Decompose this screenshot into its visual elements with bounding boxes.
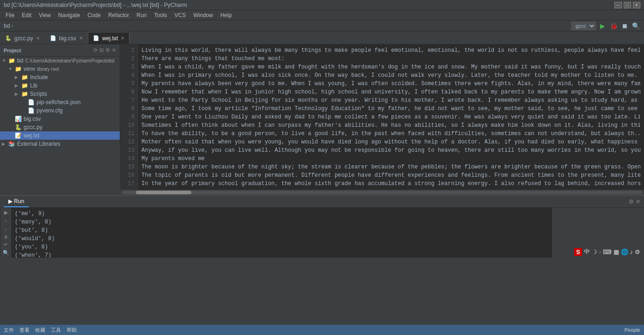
status-file[interactable]: 文件 [4,327,14,334]
app-title: bd [C:\Users\Administrator\PycharmProjec… [4,2,187,8]
status-people[interactable]: People [625,327,640,333]
code-text[interactable]: Living in this world, there will always … [138,44,644,190]
tree-path-bd: C:\Users\Administrator\PycharmProjects\b… [25,58,114,63]
panel-settings-icon[interactable]: ⚙ [629,199,634,205]
tree-item-pyvenv[interactable]: 📄 pyvenv.cfg [0,106,120,115]
tree-item-scripts[interactable]: ▶ 📁 Scripts [0,90,120,98]
status-help[interactable]: 帮助 [67,327,77,334]
menu-vcs[interactable]: VCS [171,11,190,19]
sidebar-sync-icon[interactable]: ⟳ [93,47,98,53]
status-fav[interactable]: 收藏 [35,327,45,334]
scroll-down-button[interactable]: ↓ [1,226,11,232]
tab-icon-big: 📄 [50,35,56,41]
menu-tools[interactable]: Tools [150,11,171,19]
debug-button[interactable]: 🐞 [609,22,618,30]
code-line-3: When I was a child, my father gave me mi… [141,63,640,71]
menu-help[interactable]: Help [217,11,236,19]
tree-label-pyvenv: pyvenv.cfg [37,107,62,114]
folder-icon-extlibs: 📚 [8,141,15,147]
tree-item-wejtxt[interactable]: 📝 wej.txt [0,131,120,140]
tab-gzcc-py[interactable]: 🐍 gzcc.py ✕ [0,32,45,44]
ime-zhong-icon: 中 [584,248,590,256]
tabs-row: 🐍 gzcc.py ✕ 📄 big.csv ✕ 📄 wej.txt ✕ [0,31,644,44]
tab-close-gzcc[interactable]: ✕ [36,36,40,41]
status-view[interactable]: 查看 [19,327,30,334]
menu-window[interactable]: Window [190,11,217,19]
tree-label-extlibs: External Libraries [17,141,60,147]
tree-item-bigcsv[interactable]: 📊 big.csv [0,115,120,123]
tab-wej-txt[interactable]: 📄 wej.txt ✕ [88,32,129,44]
scrollbar-thumb[interactable] [136,191,191,194]
panel-tab-run[interactable]: ▶ Run [4,196,29,207]
sidebar-settings-icon[interactable]: ⚙ [105,47,110,53]
close-button[interactable]: ✕ [633,2,640,8]
scroll-up-button[interactable]: ↑ [1,217,11,223]
sidebar-title: Project [4,48,21,53]
code-line-15: The moon is brighter because of the nigh… [141,163,640,171]
panel-run-label: Run [14,198,24,205]
ime-music-icon: ♪ [630,248,633,255]
editor-content[interactable]: 12345 678910 1112131415 1617 Living in t… [120,44,644,190]
tree-label-bd: bd [17,57,23,64]
output-line: ('but', 8) [15,226,548,235]
menu-navigate[interactable]: Navigate [55,11,84,19]
tab-close-big[interactable]: ✕ [79,36,83,41]
filter-button[interactable]: 🔍 [1,250,11,256]
wrap-button[interactable]: ↵ [1,242,11,248]
run-icon: ▶ [8,198,12,205]
pause-button[interactable]: ⏸ [1,234,11,240]
breadcrumb-bd[interactable]: bd [4,23,10,29]
panel-close-icon[interactable]: ✕ [636,199,640,205]
maximize-button[interactable]: □ [624,2,631,8]
tree-item-venv[interactable]: ▼ 📁 venv library root [0,65,120,73]
bottom-side-buttons: ▶ ↑ ↓ ⏸ ↵ 🔍 [0,208,11,258]
window-controls: ─ □ ✕ [614,2,640,8]
editor-area: 12345 678910 1112131415 1617 Living in t… [120,44,644,195]
run-config-select[interactable]: gzcc [571,22,596,30]
tab-label-gzcc: gzcc.py [14,35,33,42]
folder-icon-lib: 📁 [21,82,28,89]
run-button[interactable]: ▶ [598,22,607,30]
minimize-button[interactable]: ─ [614,2,622,8]
file-icon-wejtxt: 📝 [15,132,22,139]
ime-s-icon: S [574,248,582,256]
titlebar: bd [C:\Users\Administrator\PycharmProjec… [0,0,644,10]
menu-edit[interactable]: Edit [18,11,35,19]
sidebar-hide-icon[interactable]: ✕ [112,47,116,53]
sidebar-header: Project ⟳ ⊟ ⚙ ✕ [0,44,120,56]
code-line-11: To have the ability, to be a good person… [141,130,640,138]
tab-icon-gzcc: 🐍 [5,35,12,41]
arrow-venv: ▼ [8,67,15,71]
tree-item-lib[interactable]: ▶ 📁 Lib [0,81,120,90]
tab-close-wej[interactable]: ✕ [121,36,124,41]
tree-item-pip-selfcheck[interactable]: 📄 pip-selfcheck.json [0,98,120,106]
menu-view[interactable]: View [35,11,55,19]
code-line-13: Anyway, if you live, you can live well. … [141,146,640,155]
tree-item-gzccpy[interactable]: 🐍 gzcc.py [0,123,120,131]
tab-big-csv[interactable]: 📄 big.csv ✕ [45,32,88,44]
menu-refactor[interactable]: Refactor [104,11,133,19]
code-line-4: When I was in primary school, I was also… [141,71,640,80]
menu-file[interactable]: File [2,11,18,19]
output-line: ('me', 9) [15,210,548,218]
stop-button[interactable]: ⏹ [620,22,629,30]
tree-badge-venv: library root [37,67,59,72]
code-line-17: In the year of primary school graduation… [141,180,640,188]
bottom-panel: ▶ Run ⚙ ✕ ▶ ↑ ↓ ⏸ ↵ 🔍 ('me', 9)('many', … [0,195,644,258]
sidebar-collapse-icon[interactable]: ⊟ [99,47,104,53]
tree-item-extlibs[interactable]: ▶ 📚 External Libraries [0,140,120,148]
menu-run[interactable]: Run [133,11,150,19]
line-numbers: 12345 678910 1112131415 1617 [120,44,138,190]
tree-item-bd[interactable]: ▼ 📁 bd C:\Users\Administrator\PycharmPro… [0,56,120,65]
menu-code[interactable]: Code [84,11,104,19]
tree-item-include[interactable]: ▶ 📁 Include [0,73,120,81]
file-icon-pip: 📄 [28,99,35,105]
status-tools[interactable]: 工具 [51,327,61,334]
editor-scrollbar[interactable] [120,190,644,195]
scrollbar-track[interactable] [122,191,642,194]
run-again-button[interactable]: ▶ [1,210,11,216]
tree-label-include: Include [30,74,48,81]
statusbar-right: People [625,327,640,333]
search-everywhere-button[interactable]: 🔍 [631,22,640,30]
bottom-panel-header: ▶ Run ⚙ ✕ [0,196,644,208]
